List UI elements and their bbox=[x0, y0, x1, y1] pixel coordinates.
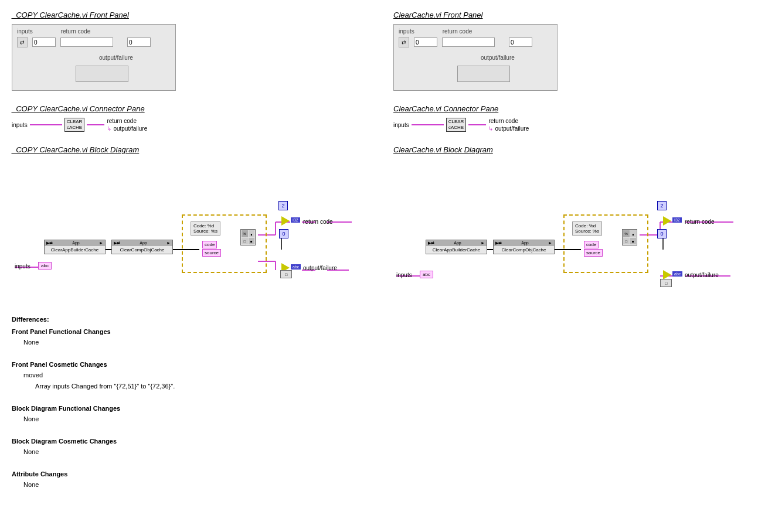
diff-bd-functional-val: None bbox=[12, 414, 763, 425]
right-bd-app1-name: ClearAppBuilderCache bbox=[426, 246, 487, 254]
right-cp-title: ClearCache.vi Connector Pane bbox=[393, 104, 763, 113]
right-fp-inputs-label: inputs bbox=[399, 28, 414, 35]
diff-fp-functional-val: None bbox=[23, 339, 39, 346]
right-bd-abc: abc bbox=[672, 271, 682, 277]
diff-bd-cosmetic-val: None bbox=[12, 446, 763, 458]
diff-attr: Attribute Changes bbox=[12, 470, 67, 478]
left-bd-output-failure: output/failure bbox=[303, 265, 337, 271]
left-bd-title: _COPY ClearCache.vi Block Diagram bbox=[12, 145, 382, 154]
left-cp-rc-label: return code bbox=[107, 118, 137, 124]
diff-bd-cosmetic: Block Diagram Cosmetic Changes bbox=[12, 438, 117, 445]
page: _COPY ClearCache.vi Front Panel inputs r… bbox=[0, 0, 775, 532]
left-bd-i32: I32 bbox=[291, 217, 300, 223]
diff-fp-cosmetic: Front Panel Cosmetic Changes bbox=[12, 361, 107, 368]
right-bd-return-code: return code bbox=[685, 219, 715, 225]
diff-fp-cosmetic-detail2: Array inputs Changed from "{72,51}" to "… bbox=[12, 381, 763, 392]
right-cp-right: return code ↳ output/failure bbox=[488, 118, 529, 132]
right-bd-inputs-box: abc bbox=[420, 271, 433, 278]
left-cp-section: _COPY ClearCache.vi Connector Pane input… bbox=[6, 100, 387, 141]
block-diagram-row: _COPY ClearCache.vi Block Diagram bbox=[6, 141, 769, 308]
right-bd-triangle1 bbox=[663, 216, 671, 226]
left-fp-inputs-label: inputs bbox=[17, 28, 33, 35]
right-cp-arrow: ↳ bbox=[488, 125, 493, 132]
right-bd-app2-icon2: ► bbox=[548, 241, 552, 245]
right-bd-num0: 0 bbox=[657, 229, 667, 238]
left-bd-source-label: source bbox=[202, 249, 221, 257]
left-cp-clear: CLEAR bbox=[67, 119, 83, 125]
left-bd-inputs-box: abc bbox=[38, 262, 52, 270]
left-fp-box: inputs return code ⇄ 0 0 output/failure bbox=[12, 24, 176, 91]
left-cp-wire2 bbox=[87, 124, 104, 125]
right-bd-percent-node: % ∎ □ ■ bbox=[622, 229, 637, 245]
left-bd-inputs-label: inputs bbox=[15, 263, 30, 270]
left-cp-of-label: output/failure bbox=[113, 125, 147, 132]
right-bd-app2-icon: ▶⇄ bbox=[495, 241, 502, 245]
left-bd-app2-icon2: ► bbox=[166, 241, 171, 245]
left-fp-rc-num: 0 bbox=[127, 37, 151, 47]
right-bd-app2: ▶⇄ App ► ClearCompObjCache bbox=[493, 240, 555, 254]
left-cp-title: _COPY ClearCache.vi Connector Pane bbox=[12, 104, 382, 113]
left-front-panel-section: _COPY ClearCache.vi Front Panel inputs r… bbox=[6, 6, 387, 100]
diff-title: Differences: bbox=[12, 314, 763, 325]
left-cp-arrow: ↳ bbox=[107, 125, 111, 132]
right-bd-code-line1: Code: %d bbox=[575, 223, 599, 229]
right-cp-clear-cache-box: CLEAR cACHE bbox=[446, 118, 467, 131]
left-fp-title: _COPY ClearCache.vi Front Panel bbox=[12, 11, 382, 19]
right-bd-inputs-label: inputs bbox=[396, 272, 412, 278]
right-bd-code-text: Code: %d Source: %s bbox=[572, 221, 602, 236]
left-bd-app1-icon: ▶⇄ bbox=[46, 241, 53, 245]
right-bd-app2-label: App bbox=[521, 241, 528, 245]
right-front-panel-section: ClearCache.vi Front Panel inputs return … bbox=[387, 6, 769, 100]
right-cp-wire2 bbox=[468, 124, 486, 125]
right-bd-app2-name: ClearCompObjCache bbox=[494, 246, 554, 254]
right-bd-small-bottom: □ bbox=[660, 279, 672, 287]
right-fp-output-area bbox=[457, 66, 510, 82]
right-bd-app1-header: ▶⇄ App ► bbox=[426, 240, 487, 246]
left-fp-scroll[interactable]: ⇄ bbox=[17, 37, 28, 47]
left-bd-app1-name: ClearAppBuilderCache bbox=[45, 246, 105, 254]
right-bd-section: ClearCache.vi Block Diagram bbox=[387, 141, 769, 308]
connector-pane-row: _COPY ClearCache.vi Connector Pane input… bbox=[6, 100, 769, 141]
right-bd-source-label: source bbox=[584, 249, 603, 257]
right-fp-input-box bbox=[442, 37, 495, 47]
right-fp-input-num: 0 bbox=[414, 37, 437, 47]
left-bd-triangle1 bbox=[281, 216, 290, 226]
right-bd-code-label: code bbox=[584, 241, 599, 248]
right-bd-code-line2: Source: %s bbox=[575, 229, 599, 234]
left-fp-output-area bbox=[76, 66, 128, 82]
left-fp-input-num: 0 bbox=[32, 37, 56, 47]
left-bd-num2: 2 bbox=[278, 201, 288, 210]
left-bd-app2-icon: ▶⇄ bbox=[114, 241, 120, 245]
top-row: _COPY ClearCache.vi Front Panel inputs r… bbox=[6, 6, 769, 100]
left-bd-app1-label: App bbox=[72, 241, 79, 245]
right-bd-app1: ▶⇄ App ► ClearAppBuilderCache bbox=[426, 240, 487, 254]
left-bd-app1: ▶⇄ App ► ClearAppBuilderCache bbox=[44, 240, 106, 254]
left-cp-cache: cACHE bbox=[67, 125, 83, 131]
left-bd-percent-node: % ∎ □ ■ bbox=[240, 229, 256, 245]
right-cp-of-label: output/failure bbox=[495, 125, 529, 132]
right-fp-scroll[interactable]: ⇄ bbox=[399, 37, 409, 47]
right-bd-canvas: 2 ▶⇄ App ► ClearAppBuilderCache ▶⇄ App bbox=[393, 159, 757, 299]
left-bd-code-text: Code: %d Source: %s bbox=[191, 221, 220, 236]
left-bd-app2-name: ClearCompObjCache bbox=[112, 246, 172, 254]
left-bd-abc: abc bbox=[291, 264, 301, 270]
left-cp-right: return code ↳ output/failure bbox=[107, 118, 147, 132]
left-fp-output-label: output/failure bbox=[99, 54, 133, 61]
right-cp-clear: CLEAR bbox=[448, 119, 464, 125]
right-fp-box: inputs return code ⇄ 0 0 output/failure bbox=[393, 24, 558, 91]
right-bd-app1-label: App bbox=[454, 241, 461, 245]
right-fp-title: ClearCache.vi Front Panel bbox=[393, 11, 763, 19]
differences-section: Differences: Front Panel Functional Chan… bbox=[6, 308, 769, 496]
right-bd-app1-icon2: ► bbox=[481, 241, 485, 245]
diff-fp-functional: Front Panel Functional Changes bbox=[12, 328, 111, 335]
left-bd-app2: ▶⇄ App ► ClearCompObjCache bbox=[111, 240, 173, 254]
left-bd-app2-header: ▶⇄ App ► bbox=[112, 240, 172, 246]
left-bd-canvas: 2 ▶⇄ App ► ClearAppBuilderCache ▶⇄ App bbox=[12, 159, 375, 282]
left-bd-return-code: return code bbox=[303, 219, 333, 225]
left-bd-code-line1: Code: %d bbox=[193, 223, 217, 229]
right-bd-output-failure: output/failure bbox=[685, 272, 719, 278]
diff-attr-val: None bbox=[12, 479, 763, 490]
right-cp-rc-label: return code bbox=[488, 118, 518, 124]
right-bd-num2: 2 bbox=[657, 201, 667, 210]
left-bd-section: _COPY ClearCache.vi Block Diagram bbox=[6, 141, 387, 308]
